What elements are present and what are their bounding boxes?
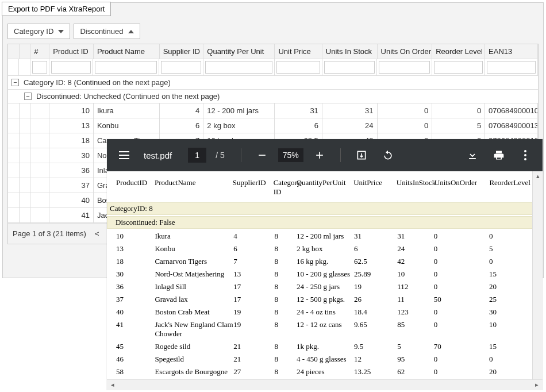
cell-pid: 30 — [49, 148, 94, 163]
pdf-col-rl: ReorderLevel — [489, 178, 533, 197]
pdf-content[interactable]: ProductID ProductName SupplierID Categor… — [107, 171, 543, 379]
cell-pid: 18 — [49, 133, 94, 148]
pdf-row: 13Konbu682 kg box62405 — [107, 243, 543, 255]
group-by-row: Category ID Discontinued — [7, 24, 539, 39]
col-supplier-id[interactable]: Supplier ID — [160, 44, 204, 59]
cell-pname: Konbu — [94, 118, 160, 133]
cell-pname: Ikura — [94, 103, 160, 118]
pdf-page-input[interactable] — [188, 148, 206, 163]
zoom-in-button[interactable] — [309, 145, 330, 166]
col-ean[interactable]: EAN13 — [485, 44, 538, 59]
filter-product-name[interactable] — [95, 61, 157, 74]
cell-pid: 13 — [49, 118, 94, 133]
pdf-group-category: CategoryID: 8 — [107, 202, 543, 215]
group-row-discontinued: − Discontinued: Unchecked (Continued on … — [8, 90, 538, 103]
cell-qpu: 2 kg box — [203, 118, 275, 133]
download-button[interactable] — [462, 145, 483, 166]
pdf-filename: test.pdf — [144, 151, 172, 160]
header-row: # Product ID Product Name Supplier ID Qu… — [8, 44, 538, 59]
pdf-row: 36Inlagd Sill17824 - 250 g jars19112020 — [107, 280, 543, 293]
filter-row — [8, 59, 538, 76]
cell-pid: 36 — [49, 163, 94, 178]
pdf-row: 37Gravad lax17812 - 500 g pkgs.26115025 — [107, 293, 543, 306]
pdf-col-uis: UnitsInStock — [397, 178, 435, 197]
group-chip-label: Category ID — [14, 27, 53, 36]
pager-summary: Page 1 of 3 (21 items) — [13, 229, 86, 238]
cell-up: 6 — [275, 118, 322, 133]
table-row[interactable]: 10Ikura412 - 200 ml jars3131000706849000… — [8, 103, 538, 118]
filter-uoo[interactable] — [379, 61, 430, 74]
fit-page-button[interactable] — [351, 145, 372, 166]
pdf-row: 10Ikura4812 - 200 ml jars313100 — [107, 230, 543, 243]
vertical-scrollbar[interactable]: ▴ — [532, 171, 543, 379]
collapse-icon[interactable]: − — [24, 93, 32, 100]
col-unit-price[interactable]: Unit Price — [275, 44, 322, 59]
horizontal-scrollbar[interactable]: ◂ ▸ — [107, 379, 543, 390]
cell-sid: 4 — [160, 103, 204, 118]
cell-uis: 31 — [322, 103, 378, 118]
separator — [340, 148, 341, 162]
cell-uoo: 0 — [378, 103, 433, 118]
group-row-category: − Category ID: 8 (Continued on the next … — [8, 76, 538, 90]
filter-unit-price[interactable] — [276, 61, 320, 74]
table-row[interactable]: 13Konbu62 kg box62405070684900013 — [8, 118, 538, 133]
col-number[interactable]: # — [30, 44, 49, 59]
pdf-row: 73Röd Kaviar17824 - 150 g jars1510105 — [107, 378, 543, 379]
pdf-row: 41Jack's New England Clam Chowder19812 -… — [107, 318, 543, 340]
col-reorder-level[interactable]: Reorder Level — [432, 44, 485, 59]
pdf-page-total: / 5 — [216, 151, 225, 160]
scroll-up-icon[interactable]: ▴ — [533, 171, 543, 180]
filter-ean[interactable] — [487, 61, 536, 74]
print-button[interactable] — [489, 145, 509, 166]
pdf-row: 30Nord-Ost Matjeshering13810 - 200 g gla… — [107, 268, 543, 280]
cell-rl: 0 — [432, 103, 485, 118]
group-label: Category ID: 8 (Continued on the next pa… — [24, 78, 171, 87]
filter-rl[interactable] — [434, 61, 483, 74]
filter-uis[interactable] — [324, 61, 375, 74]
export-button[interactable]: Export to PDF via XtraReport — [2, 2, 111, 16]
separator — [241, 148, 241, 162]
pdf-toolbar: test.pdf / 5 75% — [107, 139, 543, 171]
group-label: Discontinued: Unchecked (Continued on th… — [36, 92, 220, 101]
pdf-row: 18Carnarvon Tigers7816 kg pkg.62.54200 — [107, 255, 543, 268]
menu-icon[interactable] — [114, 145, 134, 166]
rotate-button[interactable] — [378, 145, 398, 166]
pdf-row: 46Spegesild2184 - 450 g glasses129500 — [107, 353, 543, 366]
cell-pid: 37 — [49, 178, 94, 193]
scroll-left-icon[interactable]: ◂ — [108, 381, 117, 390]
pdf-col-sid: SupplierID — [233, 178, 274, 197]
col-units-in-stock[interactable]: Units In Stock — [322, 44, 378, 59]
pdf-col-cid: CategoryID — [274, 178, 297, 197]
cell-pid: 41 — [49, 208, 94, 222]
cell-rl: 5 — [432, 118, 485, 133]
expand-col-header — [8, 44, 20, 59]
pdf-viewer: test.pdf / 5 75% ProductID ProductName S… — [107, 139, 543, 390]
chevron-down-icon — [58, 30, 64, 33]
more-icon[interactable] — [515, 145, 536, 166]
col-product-id[interactable]: Product ID — [49, 44, 94, 59]
cell-uis: 24 — [322, 118, 378, 133]
filter-number[interactable] — [32, 61, 47, 74]
pdf-row: 45Rogede sild2181k pkg.9.557015 — [107, 340, 543, 353]
cell-uoo: 0 — [378, 118, 433, 133]
cell-sid: 6 — [160, 118, 204, 133]
filter-qpu[interactable] — [205, 61, 272, 74]
collapse-icon[interactable]: − — [11, 79, 19, 86]
scroll-right-icon[interactable]: ▸ — [532, 381, 541, 390]
cell-pid: 10 — [49, 103, 94, 118]
col-units-on-order[interactable]: Units On Order — [378, 44, 433, 59]
col-qpu[interactable]: Quantity Per Unit — [203, 44, 275, 59]
pdf-col-uoo: UnitsOnOrder — [435, 178, 490, 197]
filter-supplier-id[interactable] — [161, 61, 201, 74]
pdf-col-pname: ProductName — [155, 178, 233, 197]
cell-qpu: 12 - 200 ml jars — [203, 103, 275, 118]
cell-ean: 070684900010 — [485, 103, 538, 118]
col-product-name[interactable]: Product Name — [94, 44, 160, 59]
pager-prev[interactable]: < — [92, 229, 102, 238]
group-chip-category[interactable]: Category ID — [7, 24, 70, 39]
filter-product-id[interactable] — [51, 61, 91, 74]
group-chip-discontinued[interactable]: Discontinued — [74, 24, 140, 39]
pdf-row: 40Boston Crab Meat19824 - 4 oz tins18.41… — [107, 306, 543, 318]
expand-col-header — [20, 44, 31, 59]
zoom-out-button[interactable] — [252, 145, 272, 166]
